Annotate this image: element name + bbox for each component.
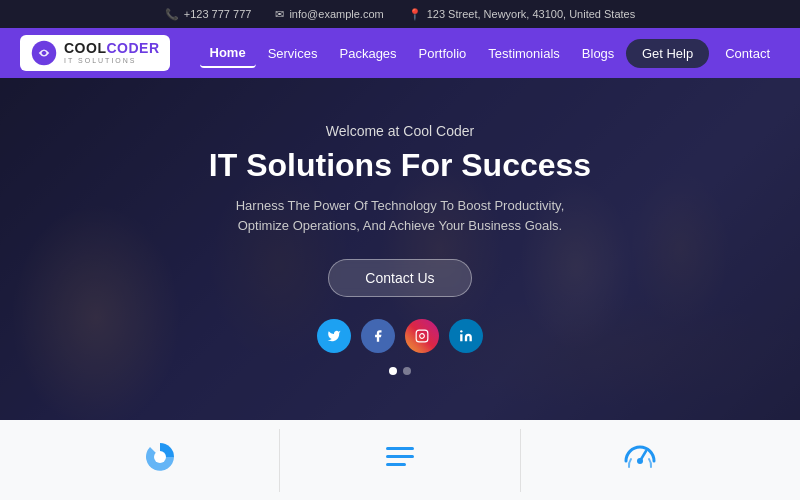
svg-rect-1 xyxy=(416,330,428,342)
nav-packages[interactable]: Packages xyxy=(330,40,407,67)
facebook-button[interactable] xyxy=(361,319,395,353)
nav-blogs[interactable]: Blogs xyxy=(572,40,625,67)
phone-number: +123 777 777 xyxy=(184,8,252,20)
phone-icon: 📞 xyxy=(165,8,179,21)
nav-links: Home Services Packages Portfolio Testimo… xyxy=(200,39,626,68)
email-address: info@example.com xyxy=(289,8,383,20)
location-icon: 📍 xyxy=(408,8,422,21)
contact-us-button[interactable]: Contact Us xyxy=(328,259,471,297)
logo-main: COOLCODER xyxy=(64,41,160,56)
dot-1[interactable] xyxy=(389,367,397,375)
carousel-dots xyxy=(209,367,591,375)
svg-rect-7 xyxy=(386,463,406,466)
top-bar: 📞 +123 777 777 ✉ info@example.com 📍 123 … xyxy=(0,0,800,28)
email-icon: ✉ xyxy=(275,8,284,21)
nav-home[interactable]: Home xyxy=(200,39,256,68)
hero-section: Welcome at Cool Coder IT Solutions For S… xyxy=(0,78,800,420)
hero-content: Welcome at Cool Coder IT Solutions For S… xyxy=(209,123,591,375)
phone-item: 📞 +123 777 777 xyxy=(165,8,252,21)
dot-2[interactable] xyxy=(403,367,411,375)
navbar: COOLCODER IT SOLUTIONS Home Services Pac… xyxy=(0,28,800,78)
instagram-button[interactable] xyxy=(405,319,439,353)
logo[interactable]: COOLCODER IT SOLUTIONS xyxy=(20,35,170,71)
hero-subtitle-line2: Optimize Operations, And Achieve Your Bu… xyxy=(238,218,562,233)
bottom-card-3 xyxy=(521,429,760,492)
svg-point-3 xyxy=(460,330,462,332)
svg-rect-6 xyxy=(386,455,414,458)
svg-point-8 xyxy=(637,458,643,464)
address-item: 📍 123 Street, Newyork, 43100, United Sta… xyxy=(408,8,636,21)
hero-title: IT Solutions For Success xyxy=(209,147,591,184)
svg-point-4 xyxy=(154,451,166,463)
gauge-icon xyxy=(622,439,658,482)
pie-chart-icon xyxy=(142,439,178,482)
address-text: 123 Street, Newyork, 43100, United State… xyxy=(427,8,636,20)
social-links xyxy=(209,319,591,353)
logo-icon xyxy=(30,39,58,67)
nav-services[interactable]: Services xyxy=(258,40,328,67)
logo-text: COOLCODER IT SOLUTIONS xyxy=(64,41,160,64)
hero-subtitle-line1: Harness The Power Of Technology To Boost… xyxy=(236,198,565,213)
bottom-card-1 xyxy=(40,429,280,492)
hero-subtitle: Harness The Power Of Technology To Boost… xyxy=(209,196,591,238)
nav-portfolio[interactable]: Portfolio xyxy=(409,40,477,67)
nav-testimonials[interactable]: Testimonials xyxy=(478,40,570,67)
logo-sub: IT SOLUTIONS xyxy=(64,57,160,65)
twitter-button[interactable] xyxy=(317,319,351,353)
nav-contact[interactable]: Contact xyxy=(715,40,780,67)
hero-welcome: Welcome at Cool Coder xyxy=(209,123,591,139)
email-item: ✉ info@example.com xyxy=(275,8,383,21)
svg-rect-5 xyxy=(386,447,414,450)
bottom-section xyxy=(0,420,800,500)
get-help-button[interactable]: Get Help xyxy=(626,39,709,68)
lines-icon xyxy=(382,439,418,482)
linkedin-button[interactable] xyxy=(449,319,483,353)
bottom-card-2 xyxy=(280,429,520,492)
